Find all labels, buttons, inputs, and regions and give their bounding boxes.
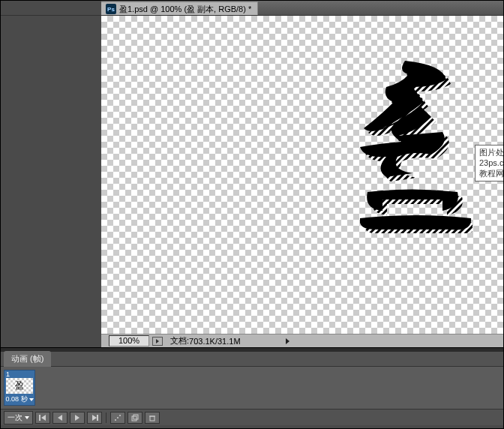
svg-point-8 xyxy=(115,419,116,421)
document-tab[interactable]: Ps 盈1.psd @ 100% (盈 副本, RGB/8) * xyxy=(101,2,258,15)
svg-marker-5 xyxy=(75,415,80,421)
watermark-stamp: 图片处理 23ps.com教程网 xyxy=(475,145,503,182)
tabbar-spacer xyxy=(1,1,101,15)
svg-point-9 xyxy=(117,417,118,418)
animation-panel: 动画 (帧) 1 盈 0.08 秒 一次 xyxy=(1,352,503,425)
document-tab-title: 盈1.psd @ 100% (盈 副本, RGB/8) * xyxy=(119,4,251,15)
chevron-down-icon xyxy=(29,398,34,401)
status-preview-icon[interactable] xyxy=(152,337,163,346)
play-button[interactable] xyxy=(70,412,85,424)
frame-item[interactable]: 1 盈 0.08 秒 xyxy=(4,370,35,406)
next-frame-button[interactable] xyxy=(87,412,102,424)
ps-icon: Ps xyxy=(106,4,116,14)
chevron-down-icon xyxy=(25,416,29,419)
svg-rect-13 xyxy=(150,416,154,421)
frames-strip: 1 盈 0.08 秒 xyxy=(1,367,503,409)
stamp-line1: 图片处理 xyxy=(479,148,503,158)
svg-marker-6 xyxy=(92,415,97,421)
app-window: Ps 盈1.psd @ 100% (盈 副本, RGB/8) * 思缘设计论坛_… xyxy=(0,0,504,429)
frame-thumbnail: 盈 xyxy=(6,378,33,394)
status-menu-arrow-icon[interactable] xyxy=(286,338,290,344)
loop-select[interactable]: 一次 xyxy=(4,411,33,424)
svg-rect-12 xyxy=(134,415,138,419)
svg-rect-11 xyxy=(132,416,136,421)
animation-controls: 一次 xyxy=(1,409,503,425)
delete-frame-button[interactable] xyxy=(145,412,160,424)
doc-label: 文档: xyxy=(170,335,189,346)
doc-size: 703.1K/31.1M xyxy=(189,337,241,346)
svg-rect-2 xyxy=(39,415,40,421)
duplicate-frame-button[interactable] xyxy=(128,412,142,424)
separator xyxy=(106,412,106,423)
animation-panel-tabs: 动画 (帧) xyxy=(1,352,503,367)
svg-rect-7 xyxy=(97,415,98,421)
prev-frame-button[interactable] xyxy=(52,412,68,424)
document-tabbar: Ps 盈1.psd @ 100% (盈 副本, RGB/8) * xyxy=(1,1,503,16)
first-frame-button[interactable] xyxy=(35,412,50,424)
canvas[interactable]: 图片处理 23ps.com教程网 xyxy=(101,16,503,334)
artwork-glyph xyxy=(360,61,472,233)
zoom-input[interactable]: 100% xyxy=(109,335,149,346)
svg-marker-4 xyxy=(58,415,62,421)
status-bar: 100% 文档: 703.1K/31.1M xyxy=(101,334,503,347)
main-area: 图片处理 23ps.com教程网 100% 文档: 703.1K/31.1M xyxy=(1,16,503,347)
document-area: 图片处理 23ps.com教程网 100% 文档: 703.1K/31.1M xyxy=(101,16,503,347)
svg-marker-3 xyxy=(41,415,46,421)
frame-delay[interactable]: 0.08 秒 xyxy=(5,394,33,405)
tween-button[interactable] xyxy=(110,412,125,424)
frame-number: 1 xyxy=(4,370,11,378)
left-gutter xyxy=(1,16,101,347)
svg-point-10 xyxy=(119,415,121,416)
tab-animation-frames[interactable]: 动画 (帧) xyxy=(4,351,51,367)
stamp-line2: 23ps.com教程网 xyxy=(479,158,503,179)
